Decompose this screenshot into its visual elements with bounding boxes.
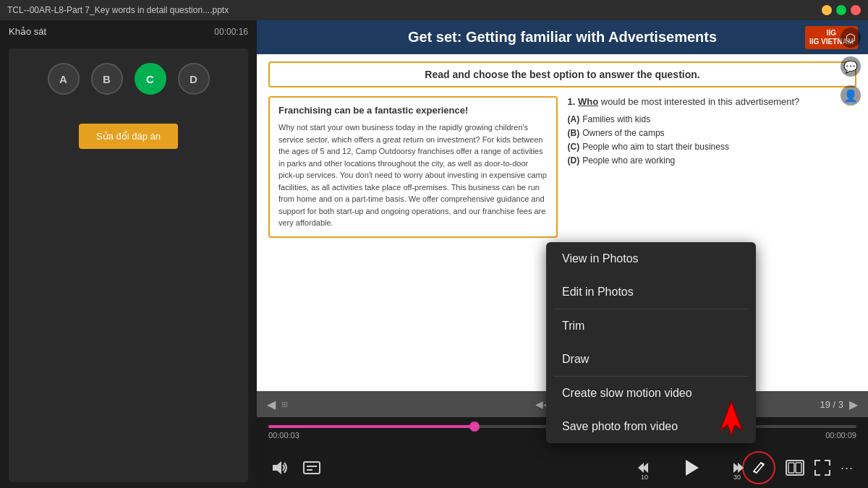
- answer-area: A B C D Sửa đổi đáp án: [9, 48, 248, 482]
- title-bar-controls[interactable]: [822, 5, 861, 15]
- rewind-button[interactable]: 10: [631, 455, 658, 481]
- option-d[interactable]: D: [178, 63, 210, 95]
- slide-columns: Franchising can be a fantastic experienc…: [268, 96, 856, 238]
- view-in-photos-label: View in Photos: [562, 252, 639, 265]
- ans-c-label: (C): [568, 142, 580, 152]
- answer-option-a: (A)Families with kids: [568, 114, 857, 124]
- progress-thumb[interactable]: [469, 421, 480, 432]
- save-photo-from-video-label: Save photo from video: [562, 420, 678, 433]
- total-time: 00:00:09: [825, 431, 856, 440]
- question-text: 1. Who would be most interested in this …: [568, 96, 857, 107]
- svg-rect-1: [304, 462, 320, 474]
- ans-a-label: (A): [568, 114, 580, 124]
- rewind-label: 10: [641, 474, 648, 481]
- expand-icon[interactable]: ⊞: [281, 400, 288, 409]
- volume-icon[interactable]: [271, 461, 289, 475]
- control-bar: 10 30: [257, 448, 868, 488]
- survey-title: Khảo sát: [9, 26, 46, 37]
- ans-b-label: (B): [568, 128, 580, 138]
- reading-title: Franchising can be a fantastic experienc…: [278, 105, 548, 116]
- maximize-button[interactable]: [836, 5, 846, 15]
- draw-label: Draw: [562, 353, 589, 366]
- reading-box: Franchising can be a fantastic experienc…: [268, 96, 558, 238]
- forward-button[interactable]: 30: [724, 455, 750, 481]
- reading-text: Why not start your own business today in…: [278, 121, 548, 229]
- edit-answer-button[interactable]: Sửa đổi đáp án: [79, 124, 178, 149]
- option-b[interactable]: B: [91, 63, 123, 95]
- forward-label: 30: [733, 474, 741, 481]
- control-left: [271, 461, 320, 475]
- options-row: A B C D: [48, 63, 210, 95]
- option-a[interactable]: A: [48, 63, 80, 95]
- title-bar-left: TCL--00AR-L8-Part 7_Key words in detail …: [7, 5, 229, 15]
- current-time: 00:00:03: [268, 431, 299, 440]
- create-slow-motion-item[interactable]: Create slow motion video: [546, 377, 756, 410]
- person-icon[interactable]: 👤: [841, 85, 861, 106]
- left-panel: Khảo sát 00:00:16 A B C D Sửa đổi đáp án: [0, 20, 257, 488]
- answer-option-b: (B)Owners of the camps: [568, 128, 857, 138]
- svg-marker-0: [273, 461, 281, 474]
- ans-c-text: People who aim to start their business: [582, 142, 729, 152]
- slide-header: Get set: Getting familiar with Advertise…: [257, 20, 868, 54]
- comment-icon[interactable]: 💬: [841, 56, 861, 77]
- trim-item[interactable]: Trim: [546, 309, 756, 343]
- title-bar-title: TCL--00AR-L8-Part 7_Key words in detail …: [7, 5, 229, 15]
- slide-count: 19 / 3: [820, 399, 843, 410]
- ans-d-label: (D): [568, 155, 580, 166]
- answer-option-d: (D)People who are working: [568, 155, 857, 166]
- view-in-photos-item[interactable]: View in Photos: [546, 242, 756, 275]
- next-slide-icon[interactable]: ▶: [849, 398, 858, 411]
- ans-a-text: Families with kids: [582, 114, 650, 124]
- ans-b-text: Owners of the camps: [582, 128, 664, 138]
- edit-in-photos-label: Edit in Photos: [562, 286, 634, 299]
- slide-instruction: Read and choose the best option to answe…: [268, 61, 856, 87]
- slide-nav-right: 19 / 3 ▶: [820, 398, 858, 411]
- slide-content: Read and choose the best option to answe…: [257, 54, 868, 245]
- play-triangle-icon: [686, 460, 699, 476]
- question-rest: would be most interested in this adverti…: [601, 96, 800, 107]
- save-photo-from-video-item[interactable]: Save photo from video: [546, 410, 756, 443]
- captions-icon[interactable]: [303, 461, 320, 474]
- edit-in-photos-item[interactable]: Edit in Photos: [546, 275, 756, 309]
- create-slow-motion-label: Create slow motion video: [562, 387, 692, 400]
- trim-label: Trim: [562, 320, 584, 333]
- option-c[interactable]: C: [135, 63, 166, 95]
- draw-item[interactable]: Draw: [546, 343, 756, 376]
- slide-right-col: 1. Who would be most interested in this …: [568, 96, 857, 238]
- prev-slide-icon[interactable]: ◀: [267, 398, 276, 411]
- slide-title: Get set: Getting familiar with Advertise…: [408, 29, 717, 46]
- minimize-button[interactable]: [822, 5, 832, 15]
- context-menu: View in Photos Edit in Photos Trim Draw …: [546, 242, 756, 443]
- slide-nav-left: ◀ ⊞: [267, 398, 288, 411]
- close-button[interactable]: [851, 5, 861, 15]
- play-button[interactable]: [678, 455, 704, 481]
- survey-time: 00:00:16: [214, 27, 248, 37]
- external-link-icon[interactable]: ⬡: [841, 27, 861, 48]
- title-bar: TCL--00AR-L8-Part 7_Key words in detail …: [0, 0, 868, 20]
- answer-options: (A)Families with kids (B)Owners of the c…: [568, 114, 857, 166]
- answer-option-c: (C)People who aim to start their busines…: [568, 142, 857, 152]
- question-num: 1.: [568, 96, 576, 107]
- slide-overlay-icons: ⬡ 💬 👤: [841, 27, 861, 106]
- slide-left-col: Franchising can be a fantastic experienc…: [268, 96, 558, 238]
- progress-fill: [268, 425, 475, 428]
- ans-d-text: People who are working: [582, 155, 675, 166]
- survey-header: Khảo sát 00:00:16: [0, 20, 257, 43]
- center-controls: 10 30: [514, 455, 868, 481]
- question-underline: Who: [578, 96, 598, 107]
